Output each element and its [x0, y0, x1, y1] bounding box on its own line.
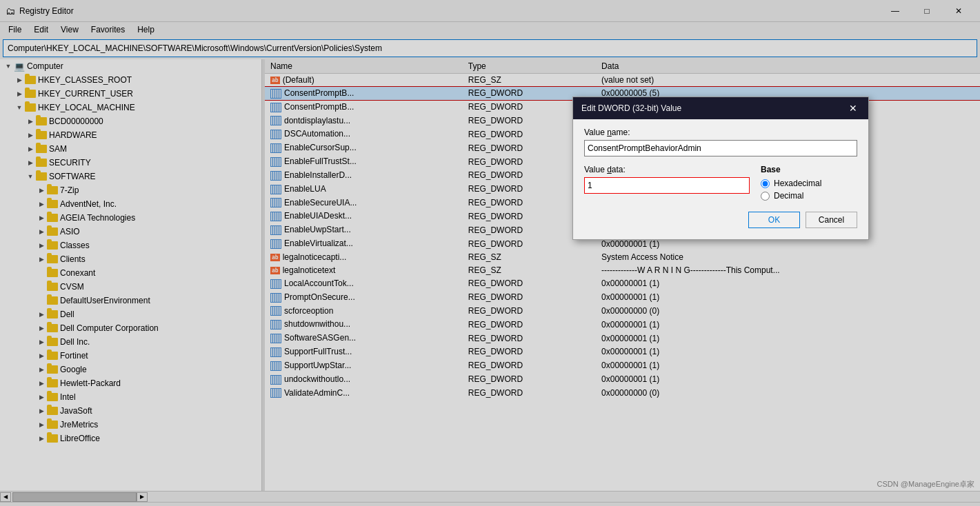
base-label: Base — [761, 165, 857, 174]
modal-overlay — [0, 0, 980, 506]
dialog-body: Value name: ConsentPromptBehaviorAdmin V… — [573, 119, 868, 239]
cancel-button[interactable]: Cancel — [806, 212, 857, 228]
dialog-close-button[interactable]: ✕ — [846, 103, 860, 114]
hex-label: Hexadecimal — [774, 179, 821, 188]
value-name-input[interactable]: ConsentPromptBehaviorAdmin — [584, 140, 857, 156]
dialog-data-row: Value data: 1 Base Hexadecimal Decimal — [584, 165, 857, 203]
hex-radio[interactable] — [761, 179, 770, 188]
edit-dword-dialog: Edit DWORD (32-bit) Value ✕ Value name: … — [572, 97, 869, 240]
ok-button[interactable]: OK — [748, 212, 800, 228]
dec-radio[interactable] — [761, 192, 770, 201]
dialog-buttons: OK Cancel — [584, 212, 857, 231]
value-data-input[interactable]: 1 — [584, 177, 750, 194]
hexadecimal-option[interactable]: Hexadecimal — [761, 179, 857, 188]
base-section: Base Hexadecimal Decimal — [761, 165, 857, 203]
value-data-label: Value data: — [584, 165, 750, 174]
dec-label: Decimal — [774, 191, 803, 201]
decimal-option[interactable]: Decimal — [761, 191, 857, 201]
dialog-data-left: Value data: 1 — [584, 165, 750, 203]
value-name-label: Value name: — [584, 128, 857, 137]
dialog-title-bar: Edit DWORD (32-bit) Value ✕ — [573, 97, 868, 119]
dialog-title-text: Edit DWORD (32-bit) Value — [581, 103, 681, 113]
